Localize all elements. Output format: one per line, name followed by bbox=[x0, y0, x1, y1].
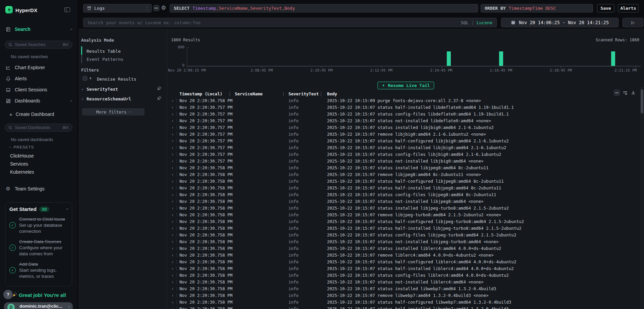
table-row[interactable]: ›Nov 20 2:20:30.758 PMinfo2025-10-22 10:… bbox=[169, 218, 640, 225]
row-expander-icon[interactable]: › bbox=[172, 246, 173, 251]
denoise-label[interactable]: Denoise Results bbox=[97, 77, 136, 82]
row-expander-icon[interactable]: › bbox=[172, 239, 173, 244]
json-view-icon[interactable]: <> bbox=[614, 90, 620, 96]
table-row[interactable]: ›Nov 20 2:20:30.757 PMinfo2025-10-22 10:… bbox=[169, 117, 640, 124]
source-select[interactable]: Logs › › bbox=[83, 4, 152, 12]
table-row[interactable]: ›Nov 20 2:20:30.758 PMinfo2025-10-22 10:… bbox=[169, 252, 640, 258]
row-expander-icon[interactable]: › bbox=[172, 152, 173, 157]
row-expander-icon[interactable]: › bbox=[172, 253, 173, 258]
table-row[interactable]: ›Nov 20 2:20:30.758 PMinfo2025-10-22 10:… bbox=[169, 97, 640, 104]
table-row[interactable]: ›Nov 20 2:20:30.757 PMinfo2025-10-22 10:… bbox=[169, 111, 640, 117]
table-row[interactable]: ›Nov 20 2:20:30.758 PMinfo2025-10-22 10:… bbox=[169, 205, 640, 211]
row-expander-icon[interactable]: › bbox=[172, 306, 173, 309]
chevron-up-icon[interactable]: › bbox=[65, 208, 69, 210]
table-row[interactable]: ›Nov 20 2:20:30.757 PMinfo2025-10-22 10:… bbox=[169, 137, 640, 144]
table-row[interactable]: ›Nov 20 2:20:30.758 PMinfo2025-10-22 10:… bbox=[169, 184, 640, 191]
row-expander-icon[interactable]: › bbox=[172, 286, 173, 291]
preset-clickhouse[interactable]: ClickHouse bbox=[10, 153, 34, 159]
row-expander-icon[interactable]: › bbox=[172, 98, 173, 103]
table-row[interactable]: ›Nov 20 2:20:30.758 PMinfo2025-10-22 10:… bbox=[169, 278, 640, 285]
sidebar-item-team-settings[interactable]: ⚙ Team Settings bbox=[5, 186, 72, 192]
orderby-input[interactable]: ORDER BY TimestampTime DESC bbox=[481, 4, 593, 12]
sidebar-item-dashboards[interactable]: Dashboards › bbox=[5, 98, 72, 103]
col-servicename[interactable]: ServiceName bbox=[235, 91, 263, 96]
filter-field-resourceschemaurl[interactable]: ResourceSchemaUrl bbox=[87, 96, 131, 101]
preset-kubernetes[interactable]: Kubernetes bbox=[10, 169, 34, 175]
row-expander-icon[interactable]: › bbox=[172, 293, 173, 298]
saved-searches-input[interactable]: Saved Searches ⌘K bbox=[5, 41, 72, 49]
table-row[interactable]: ›Nov 20 2:20:30.758 PMinfo2025-10-22 10:… bbox=[169, 198, 640, 205]
chevron-right-icon[interactable]: › bbox=[82, 87, 83, 91]
create-dashboard-button[interactable]: + Create Dashboard bbox=[9, 112, 54, 117]
get-started-step[interactable]: ✓ Add Data Start sending logs, metrics, … bbox=[9, 261, 68, 279]
row-expander-icon[interactable]: › bbox=[172, 232, 173, 237]
sidebar-item-search[interactable]: Search › bbox=[5, 27, 72, 32]
col-timestamp[interactable]: Timestamp (Local) bbox=[179, 91, 222, 96]
table-row[interactable]: ›Nov 20 2:20:30.758 PMinfo2025-10-22 10:… bbox=[169, 305, 640, 309]
sidebar-collapse-icon[interactable] bbox=[64, 7, 70, 12]
date-range-picker[interactable]: Nov 20 14:06:25 - Nov 20 14:21:25 bbox=[501, 18, 619, 27]
row-expander-icon[interactable]: › bbox=[172, 145, 173, 150]
download-icon[interactable] bbox=[631, 90, 636, 95]
help-button[interactable]: ? bbox=[3, 290, 13, 299]
table-row[interactable]: ›Nov 20 2:20:30.758 PMinfo2025-10-22 10:… bbox=[169, 231, 640, 238]
pin-icon[interactable] bbox=[157, 86, 162, 91]
select-clause-input[interactable]: SELECT Timestamp ,ServiceName,SeverityTe… bbox=[170, 4, 478, 12]
scrollbar-thumb[interactable] bbox=[641, 89, 643, 114]
chevron-up-icon[interactable]: › bbox=[69, 100, 73, 101]
row-expander-icon[interactable]: › bbox=[172, 192, 173, 197]
scrollbar[interactable] bbox=[640, 87, 644, 309]
row-expander-icon[interactable]: › bbox=[172, 118, 173, 123]
get-started-step[interactable]: ✓ Create Data Sources Configure where yo… bbox=[9, 238, 68, 257]
row-expander-icon[interactable]: › bbox=[172, 132, 173, 137]
filter-field-severitytext[interactable]: SeverityText bbox=[87, 87, 118, 92]
mode-event-patterns[interactable]: Event Patterns bbox=[87, 57, 123, 62]
table-row[interactable]: ›Nov 20 2:20:30.757 PMinfo2025-10-22 10:… bbox=[169, 104, 640, 111]
col-body[interactable]: Body bbox=[327, 91, 337, 96]
table-row[interactable]: ›Nov 20 2:20:30.757 PMinfo2025-10-22 10:… bbox=[169, 151, 640, 158]
row-expander-icon[interactable]: › bbox=[172, 125, 173, 130]
table-row[interactable]: ›Nov 20 2:20:30.757 PMinfo2025-10-22 10:… bbox=[169, 131, 640, 137]
table-row[interactable]: ›Nov 20 2:20:30.757 PMinfo2025-10-22 10:… bbox=[169, 124, 640, 131]
events-histogram[interactable] bbox=[187, 47, 641, 67]
resume-live-tail-button[interactable]: Resume Live Tail bbox=[377, 82, 434, 89]
column-resize-handle[interactable] bbox=[229, 92, 230, 96]
pin-icon[interactable] bbox=[157, 96, 162, 100]
table-row[interactable]: ›Nov 20 2:20:30.758 PMinfo2025-10-22 10:… bbox=[169, 178, 640, 184]
row-expander-icon[interactable]: › bbox=[172, 105, 173, 110]
alerts-button[interactable]: Alerts bbox=[618, 4, 639, 12]
code-view-icon[interactable]: <> bbox=[153, 5, 159, 11]
row-expander-icon[interactable]: › bbox=[172, 266, 173, 271]
table-row[interactable]: ›Nov 20 2:20:30.758 PMinfo2025-10-22 10:… bbox=[169, 164, 640, 171]
column-resize-handle[interactable] bbox=[283, 92, 284, 96]
table-row[interactable]: ›Nov 20 2:20:30.758 PMinfo2025-10-22 10:… bbox=[169, 245, 640, 252]
denoise-checkbox[interactable] bbox=[83, 76, 87, 81]
chevron-right-icon[interactable]: › bbox=[82, 97, 83, 101]
table-row[interactable]: ›Nov 20 2:20:30.758 PMinfo2025-10-22 10:… bbox=[169, 285, 640, 292]
sql-toggle[interactable]: SQL bbox=[461, 20, 469, 25]
table-row[interactable]: ›Nov 20 2:20:30.758 PMinfo2025-10-22 10:… bbox=[169, 292, 640, 299]
row-expander-icon[interactable]: › bbox=[172, 185, 173, 190]
sidebar-item-alerts[interactable]: Alerts bbox=[5, 76, 72, 81]
table-row[interactable]: ›Nov 20 2:20:30.758 PMinfo2025-10-22 10:… bbox=[169, 211, 640, 218]
get-started-step[interactable]: ✓ Connect to ClickHouse Set up your data… bbox=[9, 216, 68, 234]
row-expander-icon[interactable]: › bbox=[172, 165, 173, 170]
row-expander-icon[interactable]: › bbox=[172, 179, 173, 184]
preset-services[interactable]: Services bbox=[10, 161, 28, 167]
row-expander-icon[interactable]: › bbox=[172, 273, 173, 278]
lucene-toggle[interactable]: Lucene bbox=[477, 20, 492, 25]
more-filters-button[interactable]: More filters › bbox=[82, 108, 145, 116]
table-row[interactable]: ›Nov 20 2:20:30.758 PMinfo2025-10-22 10:… bbox=[169, 299, 640, 305]
row-expander-icon[interactable]: › bbox=[172, 300, 173, 305]
column-resize-handle[interactable] bbox=[321, 92, 321, 96]
table-row[interactable]: ›Nov 20 2:20:30.758 PMinfo2025-10-22 10:… bbox=[169, 171, 640, 178]
table-row[interactable]: ›Nov 20 2:20:30.758 PMinfo2025-10-22 10:… bbox=[169, 272, 640, 278]
table-row[interactable]: ›Nov 20 2:20:30.757 PMinfo2025-10-22 10:… bbox=[169, 158, 640, 164]
row-expander-icon[interactable]: › bbox=[172, 206, 173, 211]
col-severitytext[interactable]: SeverityText bbox=[288, 91, 319, 96]
row-expander-icon[interactable]: › bbox=[172, 199, 173, 204]
run-query-button[interactable]: ▷ bbox=[623, 18, 643, 27]
table-row[interactable]: ›Nov 20 2:20:30.758 PMinfo2025-10-22 10:… bbox=[169, 191, 640, 198]
row-expander-icon[interactable]: › bbox=[172, 259, 173, 264]
row-expander-icon[interactable]: › bbox=[172, 219, 173, 224]
